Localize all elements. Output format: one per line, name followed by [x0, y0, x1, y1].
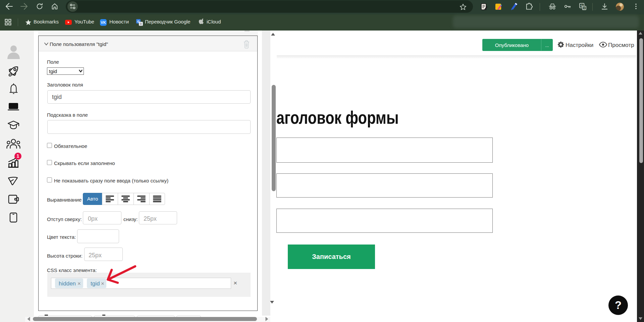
svg-text:文: 文 — [583, 7, 586, 10]
svg-text:文: 文 — [140, 22, 143, 25]
